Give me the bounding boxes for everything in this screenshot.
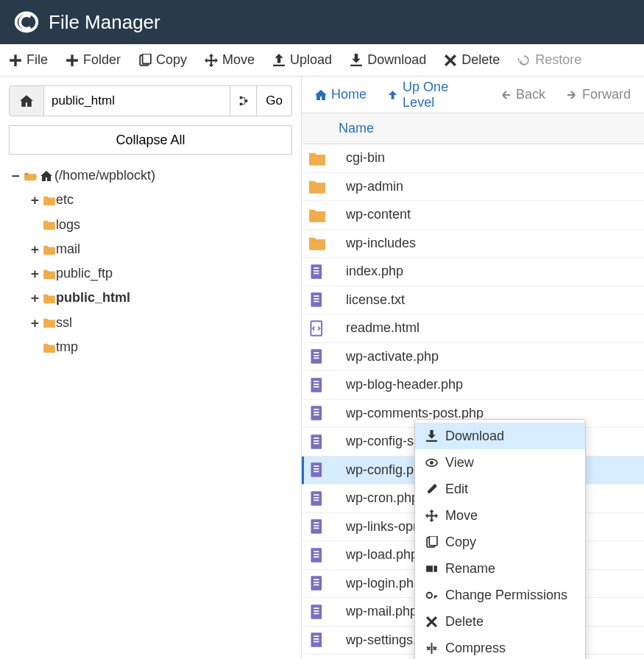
file-row[interactable]: wp-includes [302,230,644,258]
context-download[interactable]: Download [415,423,585,449]
toolbar-label: File [26,52,48,68]
context-item-label: Compress [445,641,506,656]
context-item-label: Rename [445,561,495,577]
main-toolbar: FileFolderCopyMoveUploadDownloadDeleteRe… [0,44,644,77]
cpanel-logo-icon [15,10,38,34]
folder-icon [309,207,325,223]
sidebar: Go Collapse All −(/home/wpblockt)+etclog… [0,77,302,659]
file-row[interactable]: wp-blog-header.php [302,371,644,400]
file-name: wp-activate.php [346,349,439,364]
folder-icon [43,317,56,328]
nav-home[interactable]: Home [315,87,367,102]
tree-toggle[interactable]: + [31,261,41,286]
file-icon [309,462,325,478]
tree-toggle[interactable]: − [12,163,22,188]
nav-back[interactable]: Back [500,87,545,102]
file-row[interactable]: wp-content [302,201,644,230]
toolbar-copy[interactable]: Copy [138,52,187,68]
context-change-permissions[interactable]: Change Permissions [415,582,585,608]
folder-icon [309,150,325,166]
file-row[interactable]: cgi-bin [302,144,644,173]
file-icon [309,434,325,450]
file-name: wp-includes [346,236,416,251]
file-icon [309,518,325,535]
toolbar-label: Upload [290,52,332,68]
context-edit[interactable]: Edit [415,476,585,502]
tree-node-etc[interactable]: +etc [12,188,292,212]
context-item-label: Move [445,508,478,524]
tree-toggle[interactable]: + [31,188,41,212]
file-name: wp-blog-header.php [346,377,463,392]
toolbar-download[interactable]: Download [350,52,426,68]
context-rename[interactable]: Rename [415,555,585,582]
file-icon [309,575,325,591]
toolbar-move[interactable]: Move [205,52,255,68]
context-compress[interactable]: Compress [415,635,585,659]
folder-icon [43,244,56,255]
path-go-button[interactable]: Go [257,85,292,116]
file-row[interactable]: readme.html [302,314,644,343]
column-name[interactable]: Name [339,121,374,136]
path-input[interactable] [44,85,230,116]
folder-icon [43,195,56,205]
arrow-right-icon [566,89,578,101]
folder-icon [43,269,56,279]
tree-toggle[interactable]: + [31,237,41,261]
tree-node-label: ssl [56,311,72,335]
download-icon [350,54,363,67]
upload-icon [272,54,286,67]
file-name: wp-login.php [346,576,421,591]
context-view[interactable]: View [415,449,585,476]
content-navbar: Home Up One Level Back Forward [302,77,644,113]
tree-node-ssl[interactable]: +ssl [12,311,292,335]
context-move[interactable]: Move [415,502,585,529]
copy-icon [425,536,438,549]
toolbar-file[interactable]: File [9,52,48,68]
context-copy[interactable]: Copy [415,529,585,555]
app-header: File Manager [0,0,644,44]
file-icon [309,490,325,507]
context-item-label: Copy [445,535,476,550]
tree-node-mail[interactable]: +mail [12,237,292,261]
tree-node-logs[interactable]: logs [12,213,292,237]
folder-icon [43,342,56,353]
nav-up[interactable]: Up One Level [387,80,479,110]
toolbar-label: Delete [461,52,500,68]
collapse-all-button[interactable]: Collapse All [9,125,292,155]
file-row[interactable]: wp-admin [302,173,644,202]
tree-node-public_html[interactable]: +public_html [12,286,292,310]
file-row[interactable]: wp-activate.php [302,343,644,372]
rename-icon [425,563,438,575]
home-icon [315,89,327,101]
file-name: wp-cron.php [346,490,419,506]
toolbar-delete[interactable]: Delete [444,52,500,68]
context-menu: DownloadViewEditMoveCopyRenameChange Per… [414,419,586,659]
pencil-icon [425,483,438,496]
path-tree-button[interactable] [230,85,257,116]
context-item-label: Edit [445,482,468,497]
file-icon [309,348,325,364]
folder-open-icon [24,171,38,181]
file-icon [309,632,325,648]
file-name: readme.html [346,320,420,336]
tree-node-tmp[interactable]: tmp [12,335,292,359]
tree-root[interactable]: −(/home/wpblockt) [12,163,292,188]
nav-forward[interactable]: Forward [566,87,631,102]
delete-icon [444,54,457,67]
toolbar-folder[interactable]: Folder [66,52,121,68]
nav-forward-label: Forward [582,87,631,102]
file-name: wp-load.php [346,547,418,563]
tree-node-label: public_ftp [56,261,113,286]
tree-node-public_ftp[interactable]: +public_ftp [12,261,292,286]
path-home-button[interactable] [9,85,44,116]
folder-icon [309,178,325,194]
file-name: license.txt [346,292,405,308]
toolbar-upload[interactable]: Upload [272,52,332,68]
file-icon [309,604,325,620]
file-row[interactable]: index.php [302,258,644,286]
file-row[interactable]: license.txt [302,286,644,315]
tree-toggle[interactable]: + [31,311,41,335]
toolbar-label: Move [222,52,255,68]
tree-toggle[interactable]: + [31,286,41,310]
context-delete[interactable]: Delete [415,608,585,635]
